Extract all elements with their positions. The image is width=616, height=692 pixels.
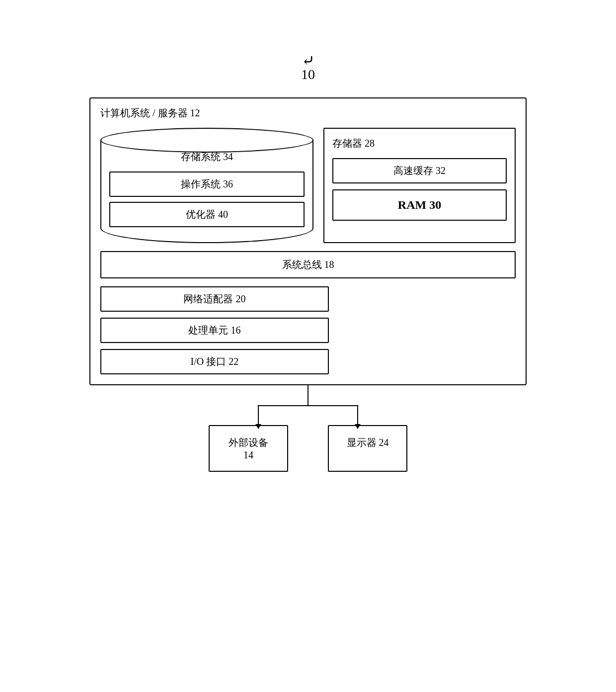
vertical-line-left <box>258 405 259 425</box>
cylinder-wrapper: 存储系统 34 操作系统 36 优化器 40 <box>100 128 313 243</box>
page-container: ⤶ 10 计算机系统 / 服务器 12 存储系统 34 操作系统 36 优化器 … <box>60 48 556 644</box>
external-devices-row: 外部设备 14 显示器 24 <box>209 425 407 472</box>
top-section: 存储系统 34 操作系统 36 优化器 40 存储器 28 高速缓存 32 RA… <box>100 128 516 243</box>
display-box: 显示器 24 <box>328 425 407 472</box>
os-box: 操作系统 36 <box>109 172 305 197</box>
branch-lines <box>209 385 407 425</box>
bottom-components: 网络适配器 20 处理单元 16 I/O 接口 22 <box>100 286 329 374</box>
computer-system-label: 计算机系统 / 服务器 12 <box>100 106 516 120</box>
top-number-label: 10 <box>301 67 315 83</box>
system-bus-box: 系统总线 18 <box>100 251 516 278</box>
horizontal-bridge <box>258 405 358 406</box>
network-adapter-box: 网络适配器 20 <box>100 286 329 312</box>
vertical-line-right <box>357 405 358 425</box>
optimizer-box: 优化器 40 <box>109 202 305 227</box>
arrow-left-icon <box>255 424 261 429</box>
cache-box: 高速缓存 32 <box>332 158 507 183</box>
computer-system-box: 计算机系统 / 服务器 12 存储系统 34 操作系统 36 优化器 40 存储… <box>89 97 527 385</box>
storage-system-container: 存储系统 34 操作系统 36 优化器 40 <box>100 128 313 243</box>
external-device-box: 外部设备 14 <box>209 425 288 472</box>
memory-label: 存储器 28 <box>332 137 507 150</box>
processing-unit-box: 处理单元 16 <box>100 318 329 343</box>
cylinder-body: 存储系统 34 操作系统 36 优化器 40 <box>100 140 313 243</box>
connectors-container: 外部设备 14 显示器 24 <box>89 385 527 472</box>
diagram-number: ⤶ 10 <box>301 53 315 83</box>
cylinder-top <box>100 128 313 153</box>
io-interface-box: I/O 接口 22 <box>100 349 329 374</box>
arrow-right-icon <box>355 424 361 429</box>
vertical-line-top <box>308 385 308 405</box>
memory-box: 存储器 28 高速缓存 32 RAM 30 <box>323 128 516 243</box>
ram-box: RAM 30 <box>332 189 507 221</box>
